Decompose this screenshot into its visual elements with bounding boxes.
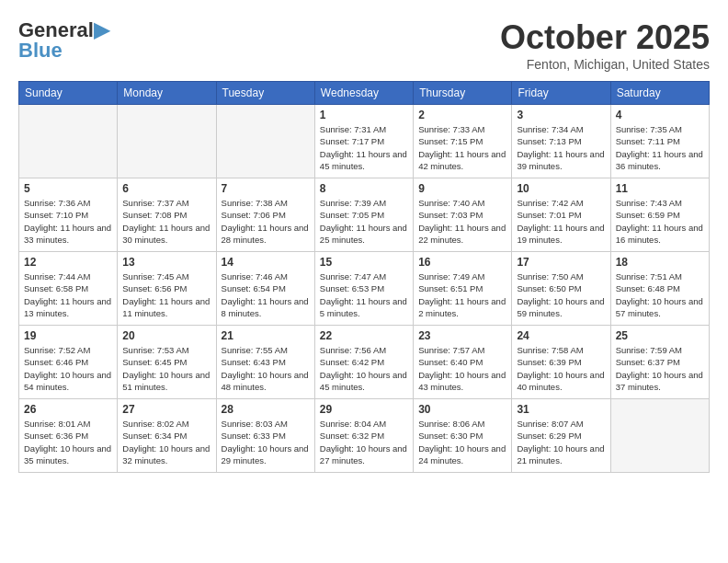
day-info: Sunrise: 7:31 AM Sunset: 7:17 PM Dayligh… <box>320 123 408 172</box>
calendar-cell: 17Sunrise: 7:50 AM Sunset: 6:50 PM Dayli… <box>512 252 610 326</box>
day-number: 3 <box>517 109 605 121</box>
calendar-cell: 8Sunrise: 7:39 AM Sunset: 7:05 PM Daylig… <box>314 178 413 252</box>
day-info: Sunrise: 7:51 AM Sunset: 6:48 PM Dayligh… <box>616 270 704 319</box>
day-number: 2 <box>418 109 506 121</box>
day-info: Sunrise: 8:01 AM Sunset: 6:36 PM Dayligh… <box>24 418 112 466</box>
day-number: 11 <box>616 182 704 195</box>
calendar-cell: 13Sunrise: 7:45 AM Sunset: 6:56 PM Dayli… <box>118 252 216 326</box>
day-number: 13 <box>122 256 210 269</box>
calendar-cell: 18Sunrise: 7:51 AM Sunset: 6:48 PM Dayli… <box>610 252 709 326</box>
calendar-week-row: 5Sunrise: 7:36 AM Sunset: 7:10 PM Daylig… <box>19 178 710 252</box>
day-info: Sunrise: 8:03 AM Sunset: 6:33 PM Dayligh… <box>222 418 310 466</box>
day-info: Sunrise: 8:02 AM Sunset: 6:34 PM Dayligh… <box>122 418 210 466</box>
day-info: Sunrise: 7:49 AM Sunset: 6:51 PM Dayligh… <box>418 270 506 319</box>
day-number: 21 <box>222 329 310 342</box>
day-number: 15 <box>320 256 408 269</box>
calendar-cell: 6Sunrise: 7:37 AM Sunset: 7:08 PM Daylig… <box>118 178 216 252</box>
day-number: 22 <box>320 329 408 342</box>
day-number: 8 <box>320 182 408 195</box>
day-number: 17 <box>517 256 605 269</box>
calendar-cell: 30Sunrise: 8:06 AM Sunset: 6:30 PM Dayli… <box>414 399 512 473</box>
calendar-cell: 24Sunrise: 7:58 AM Sunset: 6:39 PM Dayli… <box>512 326 610 399</box>
calendar-cell <box>118 105 216 178</box>
calendar-week-row: 19Sunrise: 7:52 AM Sunset: 6:46 PM Dayli… <box>19 326 710 399</box>
calendar-cell: 22Sunrise: 7:56 AM Sunset: 6:42 PM Dayli… <box>314 326 413 399</box>
day-number: 16 <box>418 256 506 269</box>
calendar-week-row: 26Sunrise: 8:01 AM Sunset: 6:36 PM Dayli… <box>19 399 710 473</box>
page-header: General▶ Blue October 2025 Fenton, Michi… <box>18 18 710 72</box>
day-info: Sunrise: 7:44 AM Sunset: 6:58 PM Dayligh… <box>24 270 112 319</box>
weekday-header-tuesday: Tuesday <box>216 82 314 105</box>
day-number: 26 <box>24 403 112 416</box>
day-info: Sunrise: 7:47 AM Sunset: 6:53 PM Dayligh… <box>320 270 408 319</box>
calendar-cell: 16Sunrise: 7:49 AM Sunset: 6:51 PM Dayli… <box>414 252 512 326</box>
day-number: 28 <box>222 403 310 416</box>
calendar-cell: 21Sunrise: 7:55 AM Sunset: 6:43 PM Dayli… <box>216 326 314 399</box>
logo: General▶ Blue <box>18 18 109 63</box>
day-info: Sunrise: 7:46 AM Sunset: 6:54 PM Dayligh… <box>222 270 310 319</box>
calendar-cell: 5Sunrise: 7:36 AM Sunset: 7:10 PM Daylig… <box>19 178 118 252</box>
weekday-header-thursday: Thursday <box>414 82 512 105</box>
day-number: 12 <box>24 256 112 269</box>
location-subtitle: Fenton, Michigan, United States <box>500 57 710 72</box>
calendar-cell: 4Sunrise: 7:35 AM Sunset: 7:11 PM Daylig… <box>610 105 709 178</box>
day-info: Sunrise: 7:50 AM Sunset: 6:50 PM Dayligh… <box>517 270 605 319</box>
calendar-cell: 25Sunrise: 7:59 AM Sunset: 6:37 PM Dayli… <box>610 326 709 399</box>
calendar-cell: 7Sunrise: 7:38 AM Sunset: 7:06 PM Daylig… <box>216 178 314 252</box>
day-info: Sunrise: 7:43 AM Sunset: 6:59 PM Dayligh… <box>616 197 704 246</box>
calendar-cell <box>610 399 709 473</box>
calendar-cell: 15Sunrise: 7:47 AM Sunset: 6:53 PM Dayli… <box>314 252 413 326</box>
day-number: 14 <box>222 256 310 269</box>
day-number: 23 <box>418 329 506 342</box>
day-number: 27 <box>122 403 210 416</box>
day-info: Sunrise: 7:59 AM Sunset: 6:37 PM Dayligh… <box>616 344 704 393</box>
day-number: 7 <box>222 182 310 195</box>
weekday-header-sunday: Sunday <box>19 82 118 105</box>
calendar-cell <box>216 105 314 178</box>
calendar-cell: 14Sunrise: 7:46 AM Sunset: 6:54 PM Dayli… <box>216 252 314 326</box>
calendar-cell: 10Sunrise: 7:42 AM Sunset: 7:01 PM Dayli… <box>512 178 610 252</box>
weekday-header-monday: Monday <box>118 82 216 105</box>
day-info: Sunrise: 7:40 AM Sunset: 7:03 PM Dayligh… <box>418 197 506 246</box>
day-info: Sunrise: 7:58 AM Sunset: 6:39 PM Dayligh… <box>517 344 605 393</box>
day-number: 6 <box>122 182 210 195</box>
day-info: Sunrise: 7:35 AM Sunset: 7:11 PM Dayligh… <box>616 123 704 172</box>
calendar-cell: 3Sunrise: 7:34 AM Sunset: 7:13 PM Daylig… <box>512 105 610 178</box>
calendar-cell: 23Sunrise: 7:57 AM Sunset: 6:40 PM Dayli… <box>414 326 512 399</box>
calendar-table: SundayMondayTuesdayWednesdayThursdayFrid… <box>18 81 710 473</box>
calendar-cell: 28Sunrise: 8:03 AM Sunset: 6:33 PM Dayli… <box>216 399 314 473</box>
day-number: 20 <box>122 329 210 342</box>
day-number: 19 <box>24 329 112 342</box>
day-info: Sunrise: 7:37 AM Sunset: 7:08 PM Dayligh… <box>122 197 210 246</box>
day-number: 1 <box>320 109 408 121</box>
calendar-cell: 31Sunrise: 8:07 AM Sunset: 6:29 PM Dayli… <box>512 399 610 473</box>
calendar-cell <box>19 105 118 178</box>
month-title: October 2025 <box>500 18 710 57</box>
weekday-header-wednesday: Wednesday <box>314 82 413 105</box>
calendar-cell: 26Sunrise: 8:01 AM Sunset: 6:36 PM Dayli… <box>19 399 118 473</box>
day-info: Sunrise: 7:56 AM Sunset: 6:42 PM Dayligh… <box>320 344 408 393</box>
day-info: Sunrise: 7:55 AM Sunset: 6:43 PM Dayligh… <box>222 344 310 393</box>
day-info: Sunrise: 7:34 AM Sunset: 7:13 PM Dayligh… <box>517 123 605 172</box>
calendar-cell: 11Sunrise: 7:43 AM Sunset: 6:59 PM Dayli… <box>610 178 709 252</box>
day-number: 30 <box>418 403 506 416</box>
weekday-header-friday: Friday <box>512 82 610 105</box>
weekday-header-saturday: Saturday <box>610 82 709 105</box>
day-info: Sunrise: 8:06 AM Sunset: 6:30 PM Dayligh… <box>418 418 506 466</box>
logo-icon-shape: ▶ <box>94 18 109 41</box>
weekday-header-row: SundayMondayTuesdayWednesdayThursdayFrid… <box>19 82 710 105</box>
calendar-week-row: 12Sunrise: 7:44 AM Sunset: 6:58 PM Dayli… <box>19 252 710 326</box>
day-number: 25 <box>616 329 704 342</box>
day-info: Sunrise: 7:36 AM Sunset: 7:10 PM Dayligh… <box>24 197 112 246</box>
calendar-cell: 27Sunrise: 8:02 AM Sunset: 6:34 PM Dayli… <box>118 399 216 473</box>
day-info: Sunrise: 8:04 AM Sunset: 6:32 PM Dayligh… <box>320 418 408 466</box>
day-info: Sunrise: 7:42 AM Sunset: 7:01 PM Dayligh… <box>517 197 605 246</box>
day-number: 18 <box>616 256 704 269</box>
day-info: Sunrise: 7:33 AM Sunset: 7:15 PM Dayligh… <box>418 123 506 172</box>
calendar-cell: 12Sunrise: 7:44 AM Sunset: 6:58 PM Dayli… <box>19 252 118 326</box>
day-number: 9 <box>418 182 506 195</box>
day-info: Sunrise: 7:39 AM Sunset: 7:05 PM Dayligh… <box>320 197 408 246</box>
calendar-week-row: 1Sunrise: 7:31 AM Sunset: 7:17 PM Daylig… <box>19 105 710 178</box>
day-number: 31 <box>517 403 605 416</box>
calendar-cell: 2Sunrise: 7:33 AM Sunset: 7:15 PM Daylig… <box>414 105 512 178</box>
